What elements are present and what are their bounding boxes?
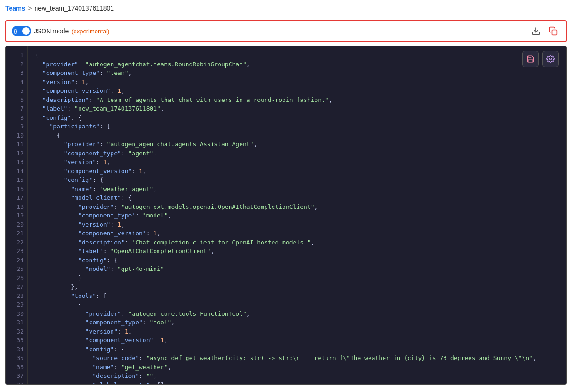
code-line: "config": { bbox=[35, 113, 559, 122]
line-number: 23 bbox=[6, 247, 27, 256]
line-numbers: 1234567891011121314151617181920212223242… bbox=[6, 46, 28, 384]
code-area[interactable]: { "provider": "autogen_agentchat.teams.R… bbox=[28, 46, 566, 384]
line-number: 28 bbox=[6, 291, 27, 301]
line-number: 3 bbox=[6, 69, 27, 78]
line-number: 8 bbox=[6, 113, 27, 122]
line-number: 25 bbox=[6, 265, 27, 274]
code-line: "tools": [ bbox=[35, 291, 559, 301]
json-mode-toggle[interactable]: {} bbox=[12, 26, 31, 36]
code-line: "component_type": "tool", bbox=[35, 318, 559, 327]
line-number: 2 bbox=[6, 60, 27, 69]
line-number: 34 bbox=[6, 345, 27, 354]
json-mode-label: JSON mode bbox=[34, 27, 69, 35]
code-line: { bbox=[35, 300, 559, 309]
line-number: 19 bbox=[6, 211, 27, 220]
code-line: "component_version": 1, bbox=[35, 167, 559, 176]
line-number: 24 bbox=[6, 256, 27, 265]
line-number: 1 bbox=[6, 51, 27, 60]
json-mode-toolbar: {} JSON mode (experimental) bbox=[5, 20, 567, 42]
save-icon bbox=[526, 55, 535, 63]
code-line: "component_type": "model", bbox=[35, 211, 559, 220]
line-number: 11 bbox=[6, 140, 27, 149]
settings-icon bbox=[546, 55, 555, 63]
code-line: "version": 1, bbox=[35, 220, 559, 229]
toggle-icon: {} bbox=[14, 29, 17, 34]
code-line: "description": "A team of agents that ch… bbox=[35, 95, 559, 105]
line-number: 26 bbox=[6, 274, 27, 283]
code-line: "version": 1, bbox=[35, 158, 559, 167]
line-number: 38 bbox=[6, 381, 27, 385]
toolbar-left: {} JSON mode (experimental) bbox=[12, 26, 109, 36]
line-number: 9 bbox=[6, 122, 27, 131]
line-number: 29 bbox=[6, 300, 27, 309]
code-line: }, bbox=[35, 282, 559, 291]
line-number: 18 bbox=[6, 202, 27, 212]
line-number: 21 bbox=[6, 229, 27, 238]
breadcrumb-teams[interactable]: Teams bbox=[5, 5, 25, 12]
breadcrumb-bar: Teams > new_team_1740137611801 bbox=[0, 0, 572, 16]
line-number: 7 bbox=[6, 104, 27, 113]
code-line: "component_version": 1, bbox=[35, 229, 559, 238]
code-line: "component_version": 1, bbox=[35, 336, 559, 345]
line-number: 14 bbox=[6, 167, 27, 176]
line-number: 30 bbox=[6, 309, 27, 318]
code-line: "provider": "autogen_ext.models.openai.O… bbox=[35, 202, 559, 212]
code-line: "label": "OpenAIChatCompletionClient", bbox=[35, 247, 559, 256]
code-line: "model": "gpt-4o-mini" bbox=[35, 265, 559, 274]
toggle-knob bbox=[22, 27, 30, 35]
copy-icon bbox=[549, 26, 558, 36]
line-number: 12 bbox=[6, 149, 27, 158]
line-number: 27 bbox=[6, 282, 27, 291]
line-number: 6 bbox=[6, 95, 27, 105]
code-line: "source_code": "async def get_weather(ci… bbox=[35, 354, 559, 363]
svg-rect-1 bbox=[552, 30, 557, 35]
editor-actions bbox=[522, 51, 559, 67]
line-number: 31 bbox=[6, 318, 27, 327]
code-line: "label": "new_team_1740137611801", bbox=[35, 104, 559, 113]
code-line: "provider": "autogen_agentchat.teams.Rou… bbox=[35, 60, 559, 69]
breadcrumb-separator: > bbox=[28, 5, 32, 12]
code-line: "config": { bbox=[35, 345, 559, 354]
svg-point-2 bbox=[550, 58, 552, 60]
download-button[interactable] bbox=[529, 24, 543, 38]
code-line: { bbox=[35, 131, 559, 140]
line-number: 5 bbox=[6, 86, 27, 95]
code-line: "global_imports": [], bbox=[35, 381, 559, 385]
line-number: 37 bbox=[6, 371, 27, 381]
line-number: 32 bbox=[6, 327, 27, 336]
line-number: 35 bbox=[6, 354, 27, 363]
copy-button[interactable] bbox=[546, 24, 560, 38]
line-number: 16 bbox=[6, 185, 27, 194]
code-line: "provider": "autogen_agentchat.agents.As… bbox=[35, 140, 559, 149]
code-line: "component_type": "agent", bbox=[35, 149, 559, 158]
line-number: 36 bbox=[6, 363, 27, 372]
line-number: 33 bbox=[6, 336, 27, 345]
code-line: "config": { bbox=[35, 175, 559, 185]
code-line: "version": 1, bbox=[35, 327, 559, 336]
code-line: "component_version": 1, bbox=[35, 86, 559, 95]
breadcrumb-current: new_team_1740137611801 bbox=[35, 5, 114, 12]
code-line: "model_client": { bbox=[35, 193, 559, 202]
line-number: 4 bbox=[6, 78, 27, 87]
line-number: 13 bbox=[6, 158, 27, 167]
toolbar-right bbox=[529, 24, 560, 38]
editor-settings-button[interactable] bbox=[542, 51, 559, 67]
line-number: 10 bbox=[6, 131, 27, 140]
code-line: "description": "", bbox=[35, 371, 559, 381]
json-mode-toggle-container: {} JSON mode (experimental) bbox=[12, 26, 109, 36]
code-line: "component_type": "team", bbox=[35, 69, 559, 78]
code-line: "config": { bbox=[35, 256, 559, 265]
line-number: 22 bbox=[6, 238, 27, 247]
code-line: "participants": [ bbox=[35, 122, 559, 131]
line-number: 20 bbox=[6, 220, 27, 229]
line-number: 15 bbox=[6, 175, 27, 185]
experimental-badge[interactable]: (experimental) bbox=[71, 28, 109, 35]
code-line: } bbox=[35, 274, 559, 283]
download-icon bbox=[531, 26, 540, 36]
code-line: "provider": "autogen_core.tools.Function… bbox=[35, 309, 559, 318]
editor-save-button[interactable] bbox=[522, 51, 539, 67]
json-editor: 1234567891011121314151617181920212223242… bbox=[5, 46, 567, 385]
code-line: "name": "weather_agent", bbox=[35, 185, 559, 194]
code-line: "description": "Chat completion client f… bbox=[35, 238, 559, 247]
code-line: "name": "get_weather", bbox=[35, 363, 559, 372]
